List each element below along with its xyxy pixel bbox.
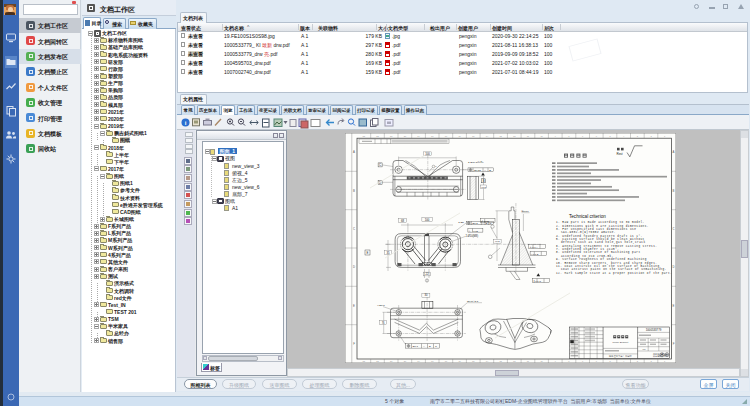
svg-text:E: E: [353, 304, 355, 308]
svg-text:Rest: Rest: [617, 152, 623, 156]
svg-text:B: B: [673, 189, 675, 193]
svg-text:Pump Bracket: Pump Bracket: [612, 341, 628, 344]
svg-text:1000533779: 1000533779: [646, 328, 662, 332]
svg-text:A: A: [353, 150, 355, 154]
svg-text:12. Mark sample state at a pro: 12. Mark sample state at a proper positi…: [556, 271, 672, 275]
svg-text:C: C: [672, 227, 674, 231]
svg-text:2-Ø10(M8): 2-Ø10(M8): [466, 234, 479, 238]
svg-text:2-Ø10.5(沉孔): 2-Ø10.5(沉孔): [468, 160, 484, 164]
svg-text:100: 100: [425, 152, 430, 156]
svg-text:C: C: [435, 345, 437, 348]
svg-text:C: C: [379, 163, 381, 167]
svg-text:B: B: [353, 189, 355, 193]
svg-text:Ø0.25: Ø0.25: [474, 169, 481, 172]
svg-text:△: △: [469, 230, 471, 233]
svg-text:E: E: [673, 304, 675, 308]
svg-text:68: 68: [401, 219, 405, 223]
svg-text:2-Ø8: 2-Ø8: [458, 221, 464, 224]
svg-text:∠ 0.05: ∠ 0.05: [481, 220, 489, 223]
svg-text:A: A: [673, 150, 675, 154]
svg-text:40.5: 40.5: [481, 186, 486, 189]
svg-text:D: D: [353, 265, 355, 269]
svg-text:F: F: [673, 342, 675, 346]
svg-text:Ø0.3: Ø0.3: [413, 345, 419, 348]
svg-text:C: C: [353, 227, 355, 231]
svg-text:铸R2.5: 铸R2.5: [522, 210, 530, 212]
svg-text:// 0.1 B: // 0.1 B: [531, 253, 539, 256]
svg-text:40.5: 40.5: [495, 240, 500, 243]
svg-text:B: B: [483, 179, 485, 183]
svg-text:Ø0.2: Ø0.2: [472, 222, 478, 225]
svg-text:Technical criterion: Technical criterion: [569, 214, 606, 219]
svg-text:Ø0.8/□2.5: Ø0.8/□2.5: [467, 300, 479, 303]
svg-text:D: D: [672, 265, 674, 269]
svg-text:∥ 0.1 C: ∥ 0.1 C: [534, 280, 542, 283]
svg-text:4-Ø8.5: 4-Ø8.5: [377, 304, 385, 307]
svg-text:0.02: 0.02: [473, 230, 478, 233]
svg-text:35: 35: [386, 251, 390, 255]
svg-text:⊥ 0.1 A: ⊥ 0.1 A: [530, 246, 539, 249]
svg-text:E: E: [367, 251, 369, 255]
svg-text:100: 100: [425, 218, 430, 222]
svg-text:F: F: [353, 342, 355, 346]
